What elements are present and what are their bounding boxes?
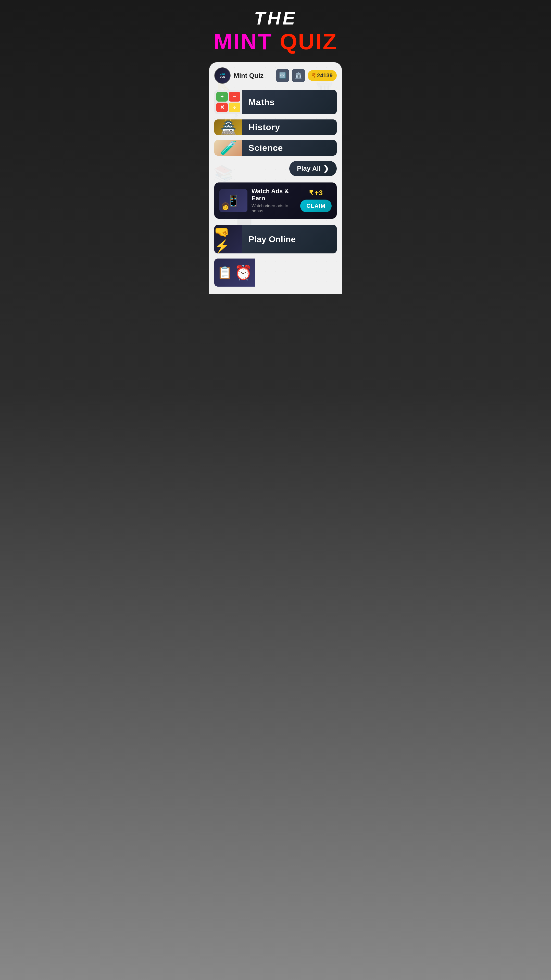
science-label: Science: [242, 140, 337, 156]
ads-right: ₹ +3 CLAIM: [300, 189, 332, 212]
bottom-card-partial[interactable]: 📋 ⏰: [214, 259, 337, 286]
coin-badge[interactable]: ₹ 24139: [308, 70, 337, 81]
app-name-text: Mint Quiz: [233, 72, 273, 80]
navbar: MINT QUIZ Mint Quiz 🔤 🏛️ ₹ 24139: [214, 67, 337, 84]
phone-container: THE MINT QUIZ 📐 🏛️ 🔬 📚 💻 🖥️ MINT QUIZ Mi…: [206, 0, 345, 294]
quiz-text: QUIZ: [280, 29, 338, 54]
play-online-icon: 🤜⚡: [214, 225, 242, 253]
app-logo[interactable]: MINT QUIZ: [214, 67, 230, 84]
play-all-row: Play All ❯: [214, 161, 337, 177]
store-icon: 🏛️: [295, 72, 302, 79]
maths-label: Maths: [242, 90, 337, 115]
claim-button[interactable]: CLAIM: [300, 200, 332, 212]
translate-icon: 🔤: [279, 72, 286, 79]
cross-op: ✕: [216, 103, 228, 112]
checklist-icon: 📋: [217, 266, 232, 280]
mint-quiz-text: MINT QUIZ: [212, 29, 339, 55]
history-icon: 🏯: [214, 119, 242, 135]
nav-icons: 🔤 🏛️ ₹ 24139: [276, 69, 337, 82]
clock-icon: ⏰: [234, 264, 252, 281]
ads-title: Watch Ads & Earn: [251, 188, 296, 202]
logo-quiz-text: QUIZ: [220, 76, 225, 78]
store-button[interactable]: 🏛️: [292, 69, 305, 82]
mint-text: MINT: [213, 29, 272, 54]
bottom-icon-area: 📋 ⏰: [214, 259, 255, 286]
main-card: 📐 🏛️ 🔬 📚 💻 🖥️ MINT QUIZ Mint Quiz 🔤: [209, 62, 342, 294]
plus-op: +: [216, 92, 228, 102]
maths-icon: + − ✕ ÷: [214, 90, 242, 115]
logo-inner: MINT QUIZ: [220, 73, 225, 78]
divide-op: ÷: [229, 103, 240, 112]
play-all-arrow-icon: ❯: [323, 164, 329, 173]
coin-amount: 24139: [317, 72, 333, 79]
history-label: History: [242, 119, 337, 135]
logo-mint-text: MINT: [220, 73, 225, 76]
ads-subtitle: Watch video ads to bonus: [251, 204, 296, 213]
rupee-symbol: ₹: [312, 72, 316, 79]
earn-value: +3: [314, 189, 323, 197]
category-science[interactable]: 🧪 Science: [214, 140, 337, 156]
ads-illustration: 📱 👩: [219, 189, 248, 212]
earn-rupee-symbol: ₹: [309, 189, 313, 197]
category-maths[interactable]: + − ✕ ÷ Maths: [214, 90, 337, 115]
earn-amount: ₹ +3: [309, 189, 323, 197]
translate-button[interactable]: 🔤: [276, 69, 289, 82]
play-all-button[interactable]: Play All ❯: [289, 161, 337, 177]
app-title-area: THE MINT QUIZ: [206, 0, 345, 60]
ads-content: Watch Ads & Earn Watch video ads to bonu…: [251, 188, 296, 213]
the-text: THE: [212, 8, 339, 29]
play-all-label: Play All: [297, 165, 321, 172]
category-history[interactable]: 🏯 History: [214, 119, 337, 135]
play-online-item[interactable]: 🤜⚡ Play Online: [214, 225, 337, 253]
science-icon: 🧪: [214, 140, 242, 156]
minus-op: −: [229, 92, 240, 102]
ads-banner: 📱 👩 Watch Ads & Earn Watch video ads to …: [214, 183, 337, 219]
play-online-label: Play Online: [242, 225, 337, 253]
